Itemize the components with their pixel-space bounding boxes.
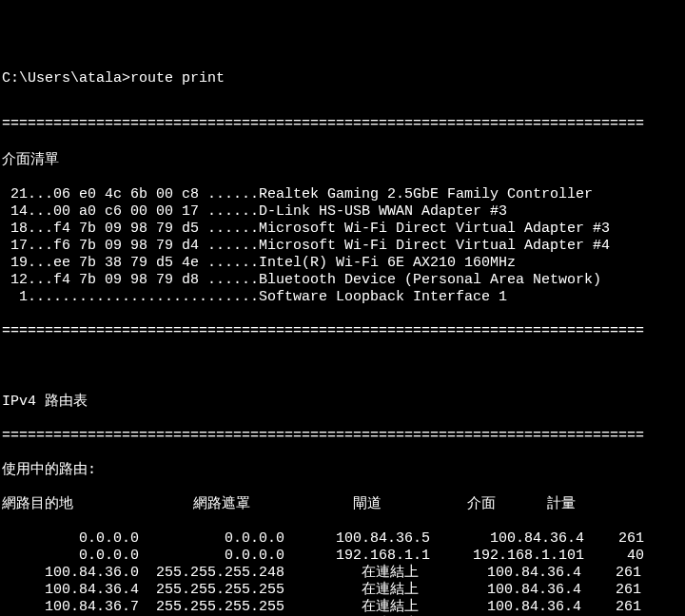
route-row: 100.84.36.4 255.255.255.255 在連結上 100.84.… [2, 582, 683, 599]
route-row: 100.84.36.0 255.255.255.248 在連結上 100.84.… [2, 565, 683, 582]
separator-line: ========================================… [2, 116, 683, 133]
interface-entry: 19...ee 7b 38 79 d5 4e ......Intel(R) Wi… [2, 255, 683, 272]
interface-entry: 21...06 e0 4c 6b 00 c8 ......Realtek Gam… [2, 186, 683, 203]
route-table-body: 0.0.0.0 0.0.0.0 100.84.36.5 100.84.36.4 … [2, 530, 683, 616]
route-row: 100.84.36.7 255.255.255.255 在連結上 100.84.… [2, 599, 683, 616]
interface-entry: 18...f4 7b 09 98 79 d5 ......Microsoft W… [2, 221, 683, 238]
route-row: 0.0.0.0 0.0.0.0 100.84.36.5 100.84.36.4 … [2, 530, 683, 548]
ipv4-route-table-header: IPv4 路由表 [2, 394, 683, 411]
interface-entry: 17...f6 7b 09 98 79 d4 ......Microsoft W… [2, 238, 683, 255]
blank-line [2, 357, 683, 375]
separator-line: ========================================… [2, 323, 683, 340]
command-prompt: C:\Users\atala>route print [2, 70, 683, 87]
interface-entry: 14...00 a0 c6 00 00 17 ......D-Link HS-U… [2, 203, 683, 221]
interface-entries: 21...06 e0 4c 6b 00 c8 ......Realtek Gam… [2, 186, 683, 306]
interface-entry: 1...........................Software Loo… [2, 289, 683, 306]
interface-entry: 12...f4 7b 09 98 79 d8 ......Bluetooth D… [2, 272, 683, 289]
active-routes-header: 使用中的路由: [2, 462, 683, 479]
separator-line: ========================================… [2, 428, 683, 445]
route-table-columns: 網路目的地 網路遮罩 閘道 介面 計量 [2, 496, 683, 513]
interface-list-header: 介面清單 [2, 152, 683, 169]
route-row: 0.0.0.0 0.0.0.0 192.168.1.1 192.168.1.10… [2, 548, 683, 565]
